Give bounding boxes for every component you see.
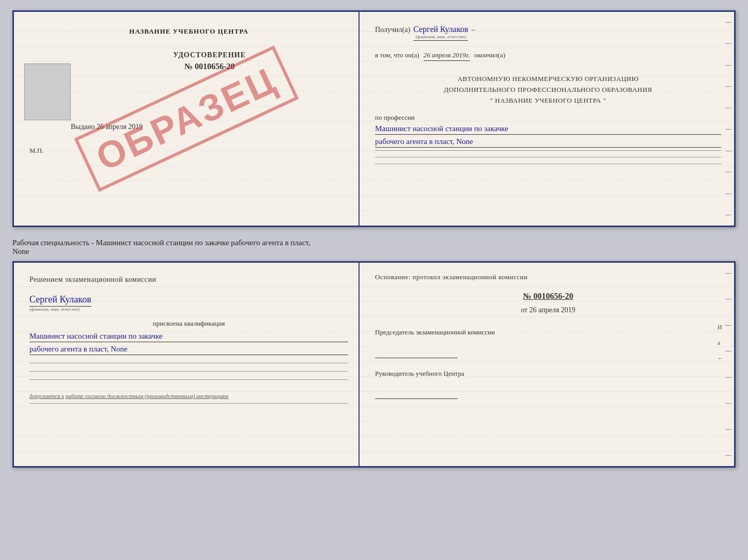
mp-label: М.П. — [29, 147, 348, 155]
udostoverenie-block: УДОСТОВЕРЕНИЕ № 0010656-20 — [71, 51, 348, 71]
dash-top: – — [471, 26, 475, 34]
top-doc-left: НАЗВАНИЕ УЧЕБНОГО ЦЕНТРА УДОСТОВЕРЕНИЕ №… — [14, 12, 360, 226]
profession-line1: Машинист насосной станции по закачке — [375, 124, 721, 135]
udostoverenie-label: УДОСТОВЕРЕНИЕ — [71, 51, 348, 59]
edge-dashes-top — [725, 22, 731, 215]
ot-date-bottom: от 26 апреля 2019 — [375, 306, 721, 314]
name-hint-top: (фамилия, имя, отчество) — [413, 34, 468, 39]
qualification-line1: Машинист насосной станции по закачке — [29, 332, 348, 342]
vtom-date: 26 апреля 2019г. — [424, 51, 470, 61]
okonchil-label: окончил(а) — [474, 51, 505, 59]
vydano-line: Выдано 26 апреля 2019 — [71, 123, 348, 131]
dopuskaetsya-label: допускается к — [29, 393, 64, 399]
dopuskaetsya-block: допускается к работе согласно должностны… — [29, 393, 348, 399]
ot-date-value: 26 апреля 2019 — [529, 306, 575, 314]
side-label-arrow: ← — [718, 355, 724, 362]
predsedatel-label: Председатель экзаменационной комиссии — [375, 327, 721, 338]
vydano-date: 26 апреля 2019 — [97, 123, 143, 131]
poluchil-label: Получил(а) — [375, 26, 410, 34]
fio-hint-bottom: (фамилия, имя, отчество) — [29, 307, 348, 312]
edge-dashes-bottom — [725, 273, 731, 456]
org-line2: ДОПОЛНИТЕЛЬНОГО ПРОФЕССИОНАЛЬНОГО ОБРАЗО… — [375, 85, 721, 95]
top-document: НАЗВАНИЕ УЧЕБНОГО ЦЕНТРА УДОСТОВЕРЕНИЕ №… — [12, 10, 736, 227]
vydano-label: Выдано — [71, 123, 95, 131]
dash-lines-top-right — [375, 150, 721, 164]
bottom-doc-right: Основание: протокол экзаменационной коми… — [360, 263, 734, 466]
osnovanie-label: Основание: протокол экзаменационной коми… — [375, 273, 721, 281]
rukovoditel-label: Руководитель учебного Центра — [375, 369, 721, 379]
resheniem-text: Решением экзаменационной комиссии — [29, 276, 348, 284]
org-line3: " НАЗВАНИЕ УЧЕБНОГО ЦЕНТРА " — [375, 95, 721, 106]
predsedatel-signature-line — [375, 348, 458, 358]
predsedatel-block: Председатель экзаменационной комиссии — [375, 327, 721, 358]
bottom-document: Решением экзаменационной комиссии Сергей… — [12, 261, 736, 468]
ot-label: от — [521, 306, 527, 314]
vtom-line: в том, что он(а) 26 апреля 2019г. окончи… — [375, 51, 721, 61]
middle-line1: Рабочая специальность - Машинист насосно… — [12, 238, 310, 247]
prisvoena-label: присвоена квалификация — [29, 319, 348, 328]
page-wrapper: НАЗВАНИЕ УЧЕБНОГО ЦЕНТРА УДОСТОВЕРЕНИЕ №… — [12, 10, 736, 468]
bottom-doc-left: Решением экзаменационной комиссии Сергей… — [14, 263, 360, 466]
protocol-number-bottom: № 0010656-20 — [375, 292, 721, 301]
top-left-title: НАЗВАНИЕ УЧЕБНОГО ЦЕНТРА — [29, 27, 348, 36]
profession-line2: рабочего агента в пласт, None — [375, 137, 721, 148]
photo-placeholder — [24, 63, 71, 120]
side-labels: И а ← — [718, 324, 724, 362]
rukovoditel-signature-line — [375, 389, 458, 399]
bottom-name: Сергей Кулаков — [29, 294, 91, 307]
side-label-a: а — [718, 339, 724, 347]
top-doc-right: Получил(а) Сергей Кулаков(фамилия, имя, … — [360, 12, 734, 226]
middle-line2: None — [12, 247, 29, 255]
vtom-label: в том, что он(а) — [375, 51, 419, 59]
org-line1: АВТОНОМНУЮ НЕКОММЕРЧЕСКУЮ ОРГАНИЗАЦИЮ — [375, 74, 721, 85]
side-label-i: И — [718, 324, 724, 331]
poluchil-name: Сергей Кулаков(фамилия, имя, отчество) — [413, 25, 468, 41]
bottom-name-block: Сергей Кулаков (фамилия, имя, отчество) — [29, 294, 348, 312]
rukovoditel-block: Руководитель учебного Центра — [375, 369, 721, 399]
org-block: АВТОНОМНУЮ НЕКОММЕРЧЕСКУЮ ОРГАНИЗАЦИЮ ДО… — [375, 74, 721, 106]
dopuskaetsya-text: работе согласно должностным (производств… — [66, 393, 228, 399]
qualification-line2: рабочего агента в пласт, None — [29, 345, 348, 355]
po-professii-label: по профессии — [375, 114, 721, 122]
poluchil-line: Получил(а) Сергей Кулаков(фамилия, имя, … — [375, 25, 721, 41]
middle-text-block: Рабочая специальность - Машинист насосно… — [12, 233, 736, 261]
doc-number-top: № 0010656-20 — [71, 62, 348, 71]
